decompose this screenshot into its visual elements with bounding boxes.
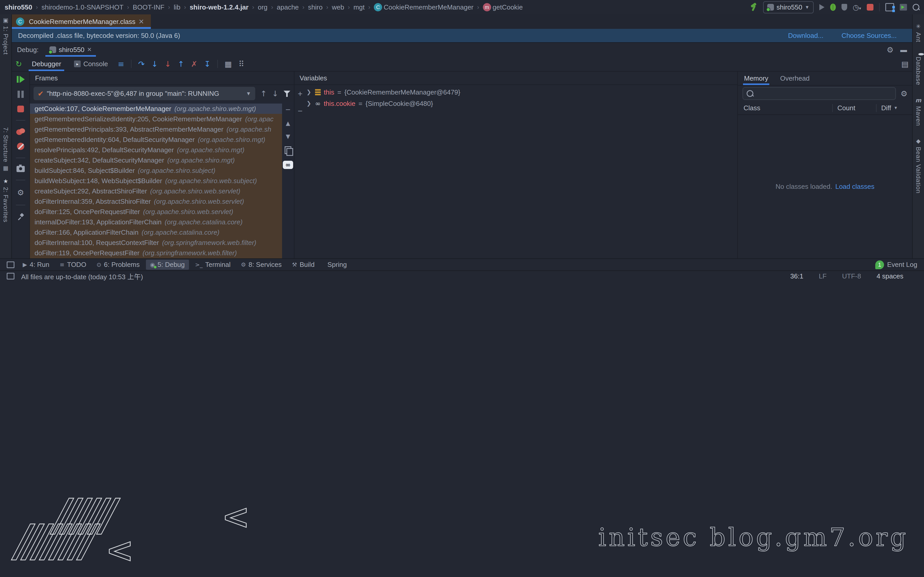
hammer-build-icon[interactable] <box>750 3 758 11</box>
tab-debugger[interactable]: Debugger <box>29 56 64 71</box>
sidebar-item-bean-validation[interactable]: ◆Bean Validation <box>915 138 922 193</box>
drop-frame-icon[interactable]: ✗ <box>191 60 197 69</box>
stack-frame-row[interactable]: buildWebSubject:148, WebSubject$Builder(… <box>30 176 282 186</box>
sidebar-item-structure[interactable]: 7: Structure ▦ <box>2 127 9 171</box>
stack-frame-row[interactable]: getRememberedPrincipals:393, AbstractRem… <box>30 124 282 134</box>
choose-sources-link[interactable]: Choose Sources... <box>842 32 897 40</box>
breadcrumb-item[interactable]: shiro550 <box>5 3 32 11</box>
step-over-icon[interactable]: ↷ <box>138 60 145 69</box>
memory-search-input[interactable] <box>743 87 896 100</box>
close-icon[interactable]: ✕ <box>87 47 92 53</box>
sidebar-item-maven[interactable]: mMaven <box>915 97 922 126</box>
profiler-button[interactable]: ◷▾ <box>853 3 861 11</box>
sidebar-item-favorites[interactable]: ★ 2: Favorites <box>2 178 9 222</box>
collapse-icon[interactable]: − <box>285 106 291 113</box>
stack-frame-row[interactable]: createSubject:292, AbstractShiroFilter(o… <box>30 186 282 196</box>
add-watch-icon[interactable]: + <box>298 89 303 99</box>
stack-frame-row[interactable]: getRememberedSerializedIdentity:205, Coo… <box>30 114 282 124</box>
pin-icon[interactable] <box>17 213 24 220</box>
sidebar-item-project[interactable]: ▣ 1: Project <box>2 17 9 55</box>
restore-layout-icon[interactable]: ▤ <box>901 60 908 69</box>
stack-frame-row[interactable]: doFilter:166, ApplicationFilterChain(org… <box>30 227 282 237</box>
run-anything-icon[interactable] <box>900 4 907 11</box>
close-icon[interactable]: ✕ <box>139 18 144 26</box>
toolwindow-button-8-services[interactable]: ⚙8: Services <box>237 259 286 270</box>
variable-row[interactable]: ❯this = {CookieRememberMeManager@6479} <box>306 87 737 98</box>
stack-frame-row[interactable]: getCookie:107, CookieRememberMeManager(o… <box>30 103 282 114</box>
tool-windows-icon[interactable] <box>885 3 894 11</box>
line-separator[interactable]: LF <box>819 272 827 280</box>
breadcrumb-item[interactable]: shiro-web-1.2.4.jar <box>190 3 249 11</box>
tab-console[interactable]: ▸ Console <box>71 56 111 71</box>
column-count[interactable]: Count <box>832 104 876 112</box>
stack-frame-row[interactable]: doFilterInternal:359, AbstractShiroFilte… <box>30 196 282 206</box>
breadcrumb-item[interactable]: shirodemo-1.0-SNAPSHOT <box>42 3 123 11</box>
copy-stack-icon[interactable] <box>284 146 291 154</box>
load-classes-link[interactable]: Load classes <box>835 183 874 191</box>
toolwindow-button-5-debug[interactable]: ◉5: Debug <box>146 259 189 270</box>
toolwindow-button-terminal[interactable]: >_Terminal <box>191 259 235 270</box>
step-out-icon[interactable]: ↑ <box>178 60 184 69</box>
debug-settings-gear-icon[interactable]: ⚙ <box>17 188 24 197</box>
run-button[interactable] <box>819 4 824 10</box>
stack-frame-row[interactable]: createSubject:342, DefaultSecurityManage… <box>30 155 282 165</box>
tab-overhead[interactable]: Overhead <box>779 72 811 85</box>
column-diff[interactable]: Diff ▼ <box>876 104 912 112</box>
toolwindow-button-6-problems[interactable]: ⊙6: Problems <box>92 259 144 270</box>
debug-button[interactable] <box>830 3 836 11</box>
next-frame-icon[interactable]: ↓ <box>272 89 278 98</box>
scroll-up-icon[interactable]: ▲ <box>286 120 290 126</box>
layout-options-icon[interactable]: ≡ <box>118 60 124 69</box>
event-log-button[interactable]: 1 Event Log <box>875 260 917 269</box>
pause-icon[interactable] <box>18 91 24 98</box>
view-breakpoints-icon[interactable] <box>16 128 25 135</box>
hide-toolwindow-icon[interactable]: ▬ <box>900 46 907 54</box>
stack-frame-row[interactable]: doFilterInternal:100, RequestContextFilt… <box>30 237 282 248</box>
download-link[interactable]: Download... <box>788 32 824 40</box>
editor-tab-active[interactable]: C CookieRememberMeManager.class ✕ <box>12 15 151 29</box>
scroll-down-icon[interactable]: ▼ <box>286 133 290 140</box>
column-class[interactable]: Class <box>738 104 832 112</box>
file-encoding[interactable]: UTF-8 <box>842 272 861 280</box>
prev-frame-icon[interactable]: ↑ <box>260 89 267 98</box>
infinity-icon[interactable]: ∞ <box>283 161 293 169</box>
filter-icon[interactable] <box>284 90 290 97</box>
thread-selector[interactable]: ✔ "http-nio-8080-exec-5"@6,487 in group … <box>34 87 255 100</box>
toolwindow-switcher-icon[interactable] <box>7 261 15 268</box>
debug-session-tab[interactable]: shiro550 ✕ <box>45 43 96 56</box>
breadcrumb-item[interactable]: mgetCookie <box>483 3 523 11</box>
rerun-icon[interactable]: ↻ <box>16 60 22 69</box>
search-everywhere-icon[interactable] <box>913 4 919 11</box>
toolwindow-button-build[interactable]: ⚒Build <box>288 259 319 270</box>
breadcrumb-item[interactable]: shiro <box>308 3 323 11</box>
run-to-cursor-icon[interactable]: ↧ <box>204 60 211 69</box>
stack-frame-row[interactable]: buildSubject:846, Subject$Builder(org.ap… <box>30 165 282 176</box>
toolwindow-button-spring[interactable]: Spring <box>321 259 351 270</box>
variable-row[interactable]: ❯∞this.cookie = {SimpleCookie@6480} <box>306 98 737 109</box>
thread-dump-icon[interactable] <box>16 166 25 172</box>
caret-position[interactable]: 36:1 <box>790 272 803 280</box>
breadcrumb-item[interactable]: CCookieRememberMeManager <box>374 3 473 11</box>
stack-frame-row[interactable]: internalDoFilter:193, ApplicationFilterC… <box>30 217 282 227</box>
run-configuration-select[interactable]: shiro550 ▼ <box>763 1 814 13</box>
breadcrumb-item[interactable]: BOOT-INF <box>133 3 165 11</box>
sidebar-item-database[interactable]: Database <box>915 54 922 85</box>
toolwindow-button-todo[interactable]: ≡TODO <box>56 259 90 270</box>
mute-breakpoints-icon[interactable] <box>17 143 24 150</box>
toolwindow-button-4-run[interactable]: ▶4: Run <box>19 259 53 270</box>
evaluate-expression-icon[interactable]: ▦ <box>225 60 232 69</box>
breadcrumb-item[interactable]: mgt <box>354 3 365 11</box>
stack-frame-row[interactable]: getRememberedIdentity:604, DefaultSecuri… <box>30 134 282 145</box>
breadcrumb-item[interactable]: org <box>258 3 268 11</box>
stop-icon[interactable] <box>17 106 24 112</box>
breadcrumb-item[interactable]: web <box>332 3 344 11</box>
sidebar-item-ant[interactable]: ✳Ant <box>915 23 922 42</box>
memory-settings-gear-icon[interactable]: ⚙ <box>901 89 908 98</box>
stack-frame-row[interactable]: resolvePrincipals:492, DefaultSecurityMa… <box>30 145 282 155</box>
stack-frame-row[interactable]: doFilter:125, OncePerRequestFilter(org.a… <box>30 206 282 217</box>
stack-frame-row[interactable]: doFilter:119, OncePerRequestFilter(org.s… <box>30 248 282 258</box>
step-into-icon[interactable]: ↓ <box>151 60 158 69</box>
expand-chevron-icon[interactable]: ❯ <box>306 89 312 95</box>
expand-chevron-icon[interactable]: ❯ <box>306 100 312 107</box>
memory-view-icon[interactable]: ⠿ <box>239 60 244 69</box>
